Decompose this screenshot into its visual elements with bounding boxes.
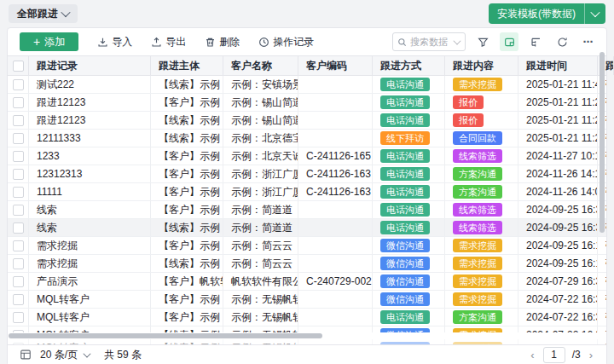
row-checkbox[interactable] <box>13 258 24 269</box>
cell-code <box>298 291 373 308</box>
vertical-scrollbar[interactable] <box>600 52 605 233</box>
table-row[interactable]: 线索 【客户】示例：简道... 示例：简道道 电话沟通 线索筛选 2024-09… <box>8 201 606 219</box>
row-checkbox[interactable] <box>13 312 24 323</box>
cell-content: 需求挖掘 <box>445 273 518 290</box>
add-record-button[interactable]: + 添加 <box>20 32 78 51</box>
cell-method: 微信沟通 <box>373 255 445 272</box>
search-input[interactable]: 搜索数据 <box>392 32 466 51</box>
table-row[interactable]: MQL转客户 【客户】示例：无锡... 示例：无锡帆软软件 微信沟通 需求挖掘 … <box>8 291 606 309</box>
table-row[interactable]: 1233 【客户】示例：北京... 示例：北京天诚软件... C-241126-… <box>8 147 606 165</box>
table-row[interactable]: 线索 【线索】示例：... 示例：简道道 电话沟通 线索筛选 2024-09-2… <box>8 219 606 237</box>
import-label: 导入 <box>112 35 132 49</box>
table-row[interactable]: 跟进12123 【客户】示例：锡山... 示例：锡山简道云 电话沟通 报价 20… <box>8 94 606 112</box>
row-cell-checkbox <box>8 219 29 236</box>
cell-method: 线下拜访 <box>373 130 445 147</box>
install-template-dropdown[interactable] <box>585 3 605 24</box>
prev-page-button[interactable]: ‹ <box>529 349 536 361</box>
cell-method: 电话沟通 <box>373 165 445 182</box>
row-cell-checkbox <box>8 309 29 326</box>
table-row[interactable]: 跟进12123 【线索】示例：锡山... 示例：锡山简道云 电话沟通 报价 20… <box>8 112 606 130</box>
refresh-button[interactable] <box>553 32 571 51</box>
table-row[interactable]: MQL转客户 【客户】示例：无锡... 示例：无锡帆软软件 电话沟通 方案沟通 … <box>8 309 606 326</box>
cell-method: 电话沟通 <box>373 183 445 200</box>
cell-code <box>298 76 373 93</box>
install-template-split-button[interactable]: 安装模板(带数据) <box>489 3 605 24</box>
method-badge: 电话沟通 <box>380 185 430 199</box>
current-page-input[interactable]: 1 <box>543 347 565 363</box>
row-checkbox[interactable] <box>13 205 24 216</box>
method-badge: 线下拜访 <box>380 131 430 145</box>
table-row[interactable]: 测试222 【线索】示例：安镇... 示例：安镇场景产品... 电话沟通 需求挖… <box>8 76 606 94</box>
row-cell-checkbox <box>8 291 29 308</box>
cell-record: 11111 <box>29 183 151 200</box>
row-checkbox[interactable] <box>13 115 24 126</box>
install-template-label: 安装模板(带数据) <box>489 3 584 24</box>
row-cell-checkbox <box>8 255 29 272</box>
method-badge: 微信沟通 <box>380 257 430 270</box>
cell-customer: 示例：浙江广厦集团 <box>223 183 298 200</box>
cell-time: 2024-07-29 16:32 <box>518 273 598 290</box>
method-badge: 电话沟通 <box>380 221 430 234</box>
row-checkbox[interactable] <box>13 79 24 90</box>
row-checkbox[interactable] <box>13 294 24 305</box>
export-label: 导出 <box>165 35 186 49</box>
export-button[interactable]: 导出 <box>151 35 186 49</box>
cell-owner: 张三 <box>598 326 606 332</box>
row-checkbox[interactable] <box>13 222 24 234</box>
row-checkbox[interactable] <box>13 240 24 251</box>
row-checkbox[interactable] <box>13 133 24 144</box>
row-checkbox[interactable] <box>13 151 24 162</box>
row-checkbox[interactable] <box>13 276 24 287</box>
table-row[interactable]: 产品演示 【客户】帆软软件有... 帆软软件有限公司 C-240729-002 … <box>8 273 606 291</box>
next-page-button[interactable]: › <box>588 349 594 361</box>
row-cell-checkbox <box>8 165 29 182</box>
clock-icon <box>258 37 269 48</box>
cell-time: 2025-01-21 11:20 <box>518 130 598 147</box>
table-row[interactable]: MQL转客户 【线索】示例：无锡... 示例：无锡帆软软件 微信沟通 需求挖掘 … <box>8 326 606 332</box>
select-all-checkbox[interactable] <box>13 61 24 72</box>
cell-record: 需求挖掘 <box>29 237 151 254</box>
header-cell: 跟进方式 <box>373 56 445 75</box>
cell-record: MQL转客户 <box>29 291 151 308</box>
cell-time: 2024-09-25 16:18 <box>518 255 598 272</box>
cell-time: 2025-01-21 11:22 <box>518 112 598 129</box>
cell-subject: 【线索】示例：无锡... <box>151 326 223 332</box>
view-settings-button[interactable] <box>500 32 518 51</box>
row-checkbox[interactable] <box>13 330 24 333</box>
content-badge: 方案沟通 <box>453 310 502 324</box>
horizontal-scrollbar[interactable] <box>9 333 322 338</box>
method-badge: 微信沟通 <box>380 274 430 288</box>
row-checkbox[interactable] <box>13 97 24 108</box>
cell-content: 线索筛选 <box>445 201 518 218</box>
cell-customer: 示例：简云云 <box>223 255 298 272</box>
table-row[interactable]: 需求挖掘 【线索】示例：简云... 示例：简云云 微信沟通 需求挖掘 2024-… <box>8 255 606 273</box>
more-actions-button[interactable]: ⋯ <box>579 32 598 51</box>
delete-button[interactable]: 删除 <box>205 35 240 49</box>
table-row[interactable]: 11111 【客户】示例：浙江... 示例：浙江广厦集团 C-241126-16… <box>8 183 606 201</box>
method-badge: 微信沟通 <box>380 239 430 252</box>
row-checkbox[interactable] <box>13 169 24 180</box>
table-row[interactable]: 12111333 【线索】示例：北京... 示例：北京德宝汽修 线下拜访 合同回… <box>8 130 606 147</box>
row-cell-checkbox <box>8 326 29 332</box>
row-checkbox[interactable] <box>13 187 24 198</box>
table-row[interactable]: 需求挖掘 【客户】示例：简云... 示例：简云云 微信沟通 需求挖掘 2024-… <box>8 237 606 255</box>
import-button[interactable]: 导入 <box>97 35 132 49</box>
view-tab-all-followups[interactable]: 全部跟进 <box>9 4 78 23</box>
cell-method: 微信沟通 <box>373 326 445 332</box>
operation-log-button[interactable]: 操作记录 <box>258 35 314 49</box>
cell-code <box>298 255 373 272</box>
view-tab-label: 全部跟进 <box>17 7 58 21</box>
cell-subject: 【客户】示例：无锡... <box>151 309 223 326</box>
search-placeholder: 搜索数据 <box>410 36 450 49</box>
page-size-select[interactable]: 20 条/页 <box>40 348 90 362</box>
table-row[interactable]: 12312313 【客户】示例：浙江... 示例：浙江广厦集团 C-241126… <box>8 165 606 183</box>
delete-label: 删除 <box>219 35 240 49</box>
hierarchy-button[interactable] <box>526 32 545 51</box>
method-badge: 电话沟通 <box>380 95 430 109</box>
cell-code <box>298 201 373 218</box>
filter-button[interactable] <box>473 32 492 51</box>
cell-code: C-241126-163 <box>298 165 373 182</box>
cell-subject: 【客户】示例：锡山... <box>151 94 223 111</box>
panel-icon <box>504 37 515 48</box>
cell-customer: 示例：无锡帆软软件 <box>223 326 298 332</box>
